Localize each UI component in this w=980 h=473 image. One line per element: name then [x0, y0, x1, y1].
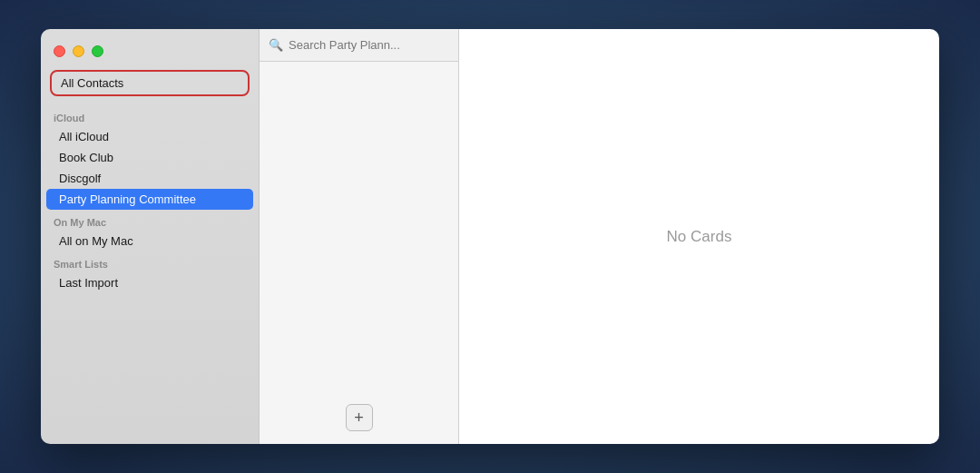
sidebar-item-book-club[interactable]: Book Club [46, 147, 253, 168]
middle-panel: 🔍 + [259, 29, 458, 444]
icloud-section-label: iCloud [41, 105, 259, 126]
sidebar-item-last-import[interactable]: Last Import [46, 272, 253, 293]
search-input[interactable] [289, 38, 449, 52]
traffic-lights [41, 36, 259, 70]
close-button[interactable] [54, 45, 65, 57]
sidebar-item-party-planning[interactable]: Party Planning Committee [46, 189, 253, 210]
on-my-mac-section-label: On My Mac [41, 210, 259, 231]
minimize-button[interactable] [73, 45, 84, 57]
sidebar: All Contacts iCloud All iCloud Book Club… [41, 29, 259, 444]
maximize-button[interactable] [92, 45, 103, 57]
all-contacts-button[interactable]: All Contacts [50, 70, 250, 96]
smart-lists-section-label: Smart Lists [41, 251, 259, 272]
search-bar: 🔍 [260, 29, 458, 62]
sidebar-item-all-on-my-mac[interactable]: All on My Mac [46, 231, 253, 251]
detail-panel: No Cards [458, 29, 939, 444]
sidebar-item-discgolf[interactable]: Discgolf [46, 168, 253, 189]
no-cards-label: No Cards [667, 228, 732, 246]
search-icon: 🔍 [269, 38, 283, 52]
app-window: All Contacts iCloud All iCloud Book Club… [41, 29, 939, 444]
contact-list-area [260, 62, 458, 395]
sidebar-item-all-icloud[interactable]: All iCloud [46, 126, 253, 147]
window-content: All Contacts iCloud All iCloud Book Club… [41, 29, 939, 444]
add-contact-button[interactable]: + [346, 404, 373, 431]
